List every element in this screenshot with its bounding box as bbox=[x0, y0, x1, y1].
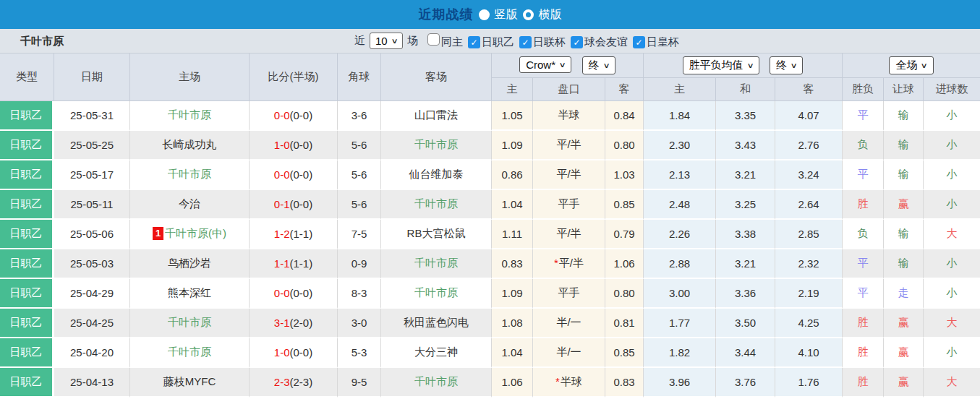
result-group-header: 全场∨ bbox=[843, 53, 980, 78]
away-team-cell: 秋田蓝色闪电 bbox=[381, 309, 492, 338]
filter-checkbox-1[interactable]: ✓ bbox=[468, 36, 480, 48]
filter-checkbox-3[interactable]: ✓ bbox=[571, 36, 583, 48]
handicap-line: 半/一 bbox=[533, 309, 605, 338]
matches-label: 场 bbox=[407, 34, 418, 48]
bookmaker-select[interactable]: Crow*∨ bbox=[519, 56, 571, 73]
filter-checkbox-label-4[interactable]: 日皇杯 bbox=[647, 35, 679, 48]
away-team-name[interactable]: 千叶市原 bbox=[414, 286, 458, 299]
away-team-name[interactable]: 山口雷法 bbox=[414, 108, 458, 121]
layout-radio-vertical-label[interactable]: 竖版 bbox=[495, 7, 518, 22]
chevron-down-icon: ∨ bbox=[921, 61, 928, 69]
filter-checkbox-label-1[interactable]: 日职乙 bbox=[482, 35, 514, 48]
handicap-line-text: 半球 bbox=[561, 375, 582, 387]
avg-away-odds: 2.76 bbox=[775, 131, 843, 160]
handicap-line: 半/一 bbox=[533, 338, 605, 368]
chevron-down-icon: ∨ bbox=[791, 61, 798, 69]
handicap-line: 平/半 bbox=[533, 160, 605, 190]
score-cell: 1-2(1-1) bbox=[250, 220, 338, 249]
filter-checkbox-4[interactable]: ✓ bbox=[633, 36, 645, 48]
away-team-name[interactable]: RB大宫松鼠 bbox=[407, 227, 466, 239]
handicap-home-odds: 1.11 bbox=[492, 220, 533, 249]
corner-cell: 3-0 bbox=[338, 309, 381, 338]
handicap-away-odds: 0.81 bbox=[605, 309, 644, 338]
halftime-score: (0-0) bbox=[290, 109, 313, 121]
recent-count-value: 10 bbox=[375, 35, 388, 47]
period-select[interactable]: 全场∨ bbox=[889, 56, 933, 74]
away-team-name[interactable]: 千叶市原 bbox=[414, 138, 458, 150]
match-row: 日职乙25-04-20千叶市原1-0(0-0)5-3大分三神1.04半/一0.8… bbox=[0, 338, 980, 368]
handicap-line: 平/半 bbox=[533, 220, 605, 249]
results-table: 类型 日期 主场 比分(半场) 角球 客场 Crow*∨ 终∨ 胜平负均值∨ 终… bbox=[0, 53, 980, 398]
layout-radio-horizontal[interactable] bbox=[523, 9, 534, 20]
home-team-cell: 千叶市原 bbox=[130, 309, 250, 338]
avg-time-select[interactable]: 终∨ bbox=[770, 56, 803, 74]
filter-checkbox-2[interactable]: ✓ bbox=[519, 36, 532, 48]
away-team-name[interactable]: 千叶市原 bbox=[414, 257, 458, 269]
result-handicap: 走 bbox=[884, 279, 924, 309]
halftime-score: (1-1) bbox=[290, 228, 313, 240]
league-cell: 日职乙 bbox=[0, 309, 54, 338]
home-team-name[interactable]: 千叶市原 bbox=[168, 316, 211, 328]
home-team-name[interactable]: 千叶市原 bbox=[168, 108, 211, 121]
rank-badge: 1 bbox=[153, 227, 163, 240]
corner-cell: 8-3 bbox=[338, 279, 381, 309]
league-cell: 日职乙 bbox=[0, 338, 54, 368]
score-cell: 1-0(0-0) bbox=[250, 338, 338, 368]
avg-home-odds: 1.82 bbox=[644, 338, 716, 368]
changed-line-marker: * bbox=[554, 257, 558, 269]
filter-checkbox-label-0[interactable]: 同主 bbox=[441, 35, 463, 48]
handicap-home-odds: 1.08 bbox=[492, 309, 533, 338]
avg-draw-odds: 3.44 bbox=[716, 338, 775, 368]
away-team-name[interactable]: 千叶市原 bbox=[414, 197, 458, 210]
home-team-name[interactable]: 鸟栖沙岩 bbox=[168, 257, 211, 269]
layout-radio-vertical[interactable] bbox=[479, 9, 490, 20]
handicap-line: *平/半 bbox=[533, 249, 605, 279]
fulltime-score: 3-1 bbox=[274, 317, 290, 329]
handicap-time-select-value: 终 bbox=[589, 59, 600, 72]
away-team-name[interactable]: 仙台维加泰 bbox=[409, 168, 464, 180]
avg-odds-select[interactable]: 胜平负均值∨ bbox=[683, 56, 759, 74]
home-team-name[interactable]: 千叶市原(中) bbox=[165, 227, 226, 239]
avg-home-odds: 2.30 bbox=[644, 131, 716, 160]
handicap-home-odds: 1.04 bbox=[492, 338, 533, 368]
fulltime-score: 1-2 bbox=[274, 228, 290, 240]
away-team-name[interactable]: 大分三神 bbox=[414, 346, 458, 358]
home-team-name[interactable]: 长崎成功丸 bbox=[163, 138, 217, 150]
result-handicap: 赢 bbox=[884, 368, 924, 398]
home-team-name[interactable]: 藤枝MYFC bbox=[163, 375, 216, 387]
away-team-name[interactable]: 秋田蓝色闪电 bbox=[404, 316, 469, 328]
home-team-name[interactable]: 熊本深红 bbox=[168, 286, 211, 299]
away-team-cell: 大分三神 bbox=[381, 338, 492, 368]
away-team-cell: 千叶市原 bbox=[381, 279, 492, 309]
corner-cell: 5-6 bbox=[338, 190, 381, 220]
result-goals: 小 bbox=[924, 131, 980, 160]
result-goals: 大 bbox=[924, 220, 980, 249]
recent-count-select[interactable]: 10 ∨ bbox=[370, 33, 403, 49]
home-team-name[interactable]: 千叶市原 bbox=[168, 168, 211, 180]
home-team-name[interactable]: 今治 bbox=[179, 197, 200, 210]
bookmaker-select-value: Crow* bbox=[526, 59, 555, 71]
col-header-score: 比分(半场) bbox=[250, 53, 338, 101]
filter-checkbox-0[interactable] bbox=[427, 33, 440, 46]
layout-radio-horizontal-label[interactable]: 横版 bbox=[539, 7, 562, 22]
home-team-cell: 千叶市原 bbox=[130, 101, 250, 131]
avg-away-odds: 3.24 bbox=[775, 160, 843, 190]
corner-cell: 0-9 bbox=[338, 249, 381, 279]
score-cell: 1-1(1-1) bbox=[250, 249, 338, 279]
filter-checkbox-label-2[interactable]: 日联杯 bbox=[533, 35, 566, 48]
score-cell: 0-0(0-0) bbox=[250, 160, 338, 190]
halftime-score: (2-0) bbox=[290, 317, 313, 329]
handicap-home-odds: 1.09 bbox=[492, 131, 533, 160]
result-handicap: 赢 bbox=[884, 338, 924, 368]
avg-home-odds: 2.26 bbox=[644, 220, 716, 249]
avg-home-odds: 1.84 bbox=[644, 101, 716, 131]
chevron-down-icon: ∨ bbox=[559, 61, 566, 69]
away-team-cell: 仙台维加泰 bbox=[381, 160, 492, 190]
away-team-name[interactable]: 千叶市原 bbox=[414, 375, 458, 387]
result-handicap: 输 bbox=[884, 131, 924, 160]
filter-checkbox-label-3[interactable]: 球会友谊 bbox=[584, 35, 628, 48]
sub-header-result-goals: 进球数 bbox=[924, 78, 980, 101]
away-team-cell: 千叶市原 bbox=[381, 190, 492, 220]
handicap-time-select[interactable]: 终∨ bbox=[582, 56, 615, 74]
home-team-name[interactable]: 千叶市原 bbox=[168, 346, 211, 358]
